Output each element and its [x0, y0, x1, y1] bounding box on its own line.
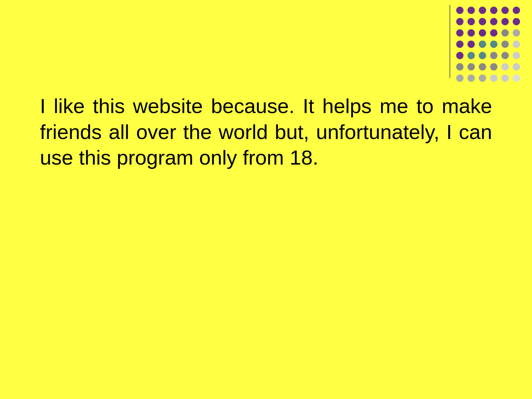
grid-dot — [501, 7, 509, 14]
dot-grid-container — [450, 3, 525, 87]
grid-dot — [513, 29, 520, 37]
grid-dot — [479, 7, 486, 14]
grid-dot — [513, 52, 520, 59]
grid-dot — [501, 52, 509, 59]
grid-dot — [456, 18, 464, 25]
grid-dot — [467, 52, 475, 59]
grid-dot — [490, 52, 497, 59]
grid-dot — [456, 7, 464, 14]
grid-dot — [501, 18, 509, 25]
grid-dot — [479, 74, 486, 82]
grid-dot — [456, 63, 464, 70]
grid-dot — [479, 29, 486, 37]
grid-dot — [490, 7, 497, 14]
grid-dot — [490, 74, 497, 82]
grid-dot — [479, 41, 486, 48]
grid-dot — [467, 7, 475, 14]
grid-dot — [467, 63, 475, 70]
grid-dot — [456, 41, 464, 48]
grid-dot — [490, 63, 497, 70]
grid-dot — [456, 29, 464, 37]
grid-dot — [467, 29, 475, 37]
vertical-line — [450, 5, 450, 78]
grid-dot — [513, 74, 520, 82]
grid-dot — [479, 18, 486, 25]
grid-dot — [456, 74, 464, 82]
grid-dot — [490, 18, 497, 25]
grid-dot — [479, 52, 486, 59]
dot-grid — [453, 3, 525, 87]
grid-dot — [467, 74, 475, 82]
grid-dot — [513, 18, 520, 25]
main-content-text: I like this website because. It helps me… — [40, 93, 492, 171]
grid-dot — [513, 7, 520, 14]
grid-dot — [501, 74, 509, 82]
grid-dot — [501, 63, 509, 70]
grid-dot — [513, 41, 520, 48]
grid-dot — [467, 18, 475, 25]
grid-dot — [501, 29, 509, 37]
grid-dot — [456, 52, 464, 59]
grid-dot — [490, 41, 497, 48]
grid-dot — [479, 63, 486, 70]
grid-dot — [467, 41, 475, 48]
grid-dot — [490, 29, 497, 37]
grid-dot — [513, 63, 520, 70]
grid-dot — [501, 41, 509, 48]
